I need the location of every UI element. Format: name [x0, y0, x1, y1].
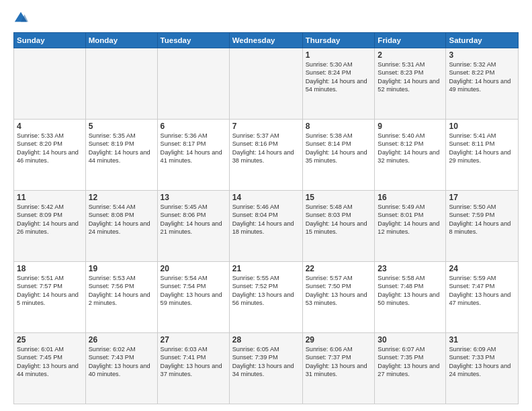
calendar-cell: 27Sunrise: 6:03 AM Sunset: 7:41 PM Dayli…: [157, 333, 229, 404]
day-info: Sunrise: 6:05 AM Sunset: 7:39 PM Dayligh…: [232, 345, 300, 379]
day-info: Sunrise: 5:49 AM Sunset: 8:01 PM Dayligh…: [378, 203, 443, 236]
weekday-header-wednesday: Wednesday: [229, 33, 302, 48]
week-row-4: 18Sunrise: 5:51 AM Sunset: 7:57 PM Dayli…: [14, 262, 519, 333]
day-info: Sunrise: 5:48 AM Sunset: 8:03 PM Dayligh…: [306, 203, 372, 236]
weekday-header-sunday: Sunday: [14, 33, 86, 48]
day-info: Sunrise: 5:36 AM Sunset: 8:17 PM Dayligh…: [161, 132, 226, 165]
logo: [13, 11, 31, 26]
calendar-cell: 16Sunrise: 5:49 AM Sunset: 8:01 PM Dayli…: [375, 191, 446, 262]
day-info: Sunrise: 5:42 AM Sunset: 8:09 PM Dayligh…: [17, 203, 83, 236]
day-info: Sunrise: 5:30 AM Sunset: 8:24 PM Dayligh…: [306, 60, 372, 94]
day-number: 30: [378, 335, 443, 345]
weekday-header-saturday: Saturday: [446, 33, 519, 48]
day-number: 27: [161, 335, 226, 345]
calendar-cell: 28Sunrise: 6:05 AM Sunset: 7:39 PM Dayli…: [229, 333, 302, 404]
day-info: Sunrise: 5:50 AM Sunset: 7:59 PM Dayligh…: [449, 203, 515, 236]
day-info: Sunrise: 5:32 AM Sunset: 8:22 PM Dayligh…: [449, 60, 515, 94]
day-info: Sunrise: 5:53 AM Sunset: 7:56 PM Dayligh…: [89, 274, 154, 308]
day-number: 15: [306, 193, 372, 202]
calendar-cell: 30Sunrise: 6:07 AM Sunset: 7:35 PM Dayli…: [375, 333, 446, 404]
calendar-cell: 10Sunrise: 5:41 AM Sunset: 8:11 PM Dayli…: [446, 120, 519, 191]
day-number: 24: [449, 264, 515, 273]
day-info: Sunrise: 5:58 AM Sunset: 7:48 PM Dayligh…: [378, 274, 443, 308]
day-number: 16: [378, 193, 443, 202]
calendar-cell: 24Sunrise: 5:59 AM Sunset: 7:47 PM Dayli…: [446, 262, 519, 333]
day-number: 31: [449, 335, 515, 345]
week-row-3: 11Sunrise: 5:42 AM Sunset: 8:09 PM Dayli…: [14, 191, 519, 262]
weekday-header-friday: Friday: [375, 33, 446, 48]
day-number: 12: [89, 193, 154, 202]
day-number: 9: [378, 122, 443, 131]
calendar-cell: 9Sunrise: 5:40 AM Sunset: 8:12 PM Daylig…: [375, 120, 446, 191]
day-info: Sunrise: 5:45 AM Sunset: 8:06 PM Dayligh…: [161, 203, 226, 236]
calendar-cell: 12Sunrise: 5:44 AM Sunset: 8:08 PM Dayli…: [85, 191, 157, 262]
calendar-cell: 23Sunrise: 5:58 AM Sunset: 7:48 PM Dayli…: [375, 262, 446, 333]
day-number: 2: [378, 50, 443, 60]
day-number: 4: [17, 122, 83, 131]
calendar-cell: 14Sunrise: 5:46 AM Sunset: 8:04 PM Dayli…: [229, 191, 302, 262]
day-info: Sunrise: 5:46 AM Sunset: 8:04 PM Dayligh…: [232, 203, 300, 236]
day-number: 10: [449, 122, 515, 131]
calendar-cell: 5Sunrise: 5:35 AM Sunset: 8:19 PM Daylig…: [85, 120, 157, 191]
day-number: 22: [306, 264, 372, 273]
week-row-5: 25Sunrise: 6:01 AM Sunset: 7:45 PM Dayli…: [14, 333, 519, 404]
day-number: 18: [17, 264, 83, 273]
calendar-cell: [157, 48, 229, 120]
day-info: Sunrise: 5:37 AM Sunset: 8:16 PM Dayligh…: [232, 132, 300, 165]
day-info: Sunrise: 5:55 AM Sunset: 7:52 PM Dayligh…: [232, 274, 300, 308]
calendar-cell: 7Sunrise: 5:37 AM Sunset: 8:16 PM Daylig…: [229, 120, 302, 191]
week-row-2: 4Sunrise: 5:33 AM Sunset: 8:20 PM Daylig…: [14, 120, 519, 191]
day-number: 29: [306, 335, 372, 345]
day-info: Sunrise: 5:41 AM Sunset: 8:11 PM Dayligh…: [449, 132, 515, 165]
day-info: Sunrise: 5:57 AM Sunset: 7:50 PM Dayligh…: [306, 274, 372, 308]
day-info: Sunrise: 5:40 AM Sunset: 8:12 PM Dayligh…: [378, 132, 443, 165]
calendar-cell: 2Sunrise: 5:31 AM Sunset: 8:23 PM Daylig…: [375, 48, 446, 120]
calendar-cell: 21Sunrise: 5:55 AM Sunset: 7:52 PM Dayli…: [229, 262, 302, 333]
day-number: 25: [17, 335, 83, 345]
calendar-cell: 20Sunrise: 5:54 AM Sunset: 7:54 PM Dayli…: [157, 262, 229, 333]
day-number: 6: [161, 122, 226, 131]
day-info: Sunrise: 5:31 AM Sunset: 8:23 PM Dayligh…: [378, 60, 443, 94]
day-info: Sunrise: 6:02 AM Sunset: 7:43 PM Dayligh…: [89, 345, 154, 379]
calendar-cell: 31Sunrise: 6:09 AM Sunset: 7:33 PM Dayli…: [446, 333, 519, 404]
day-number: 14: [232, 193, 300, 202]
day-number: 13: [161, 193, 226, 202]
calendar-cell: 3Sunrise: 5:32 AM Sunset: 8:22 PM Daylig…: [446, 48, 519, 120]
day-number: 23: [378, 264, 443, 273]
header: [13, 11, 519, 26]
day-number: 1: [306, 50, 372, 60]
weekday-header-row: SundayMondayTuesdayWednesdayThursdayFrid…: [14, 33, 519, 48]
day-number: 19: [89, 264, 154, 273]
day-info: Sunrise: 5:59 AM Sunset: 7:47 PM Dayligh…: [449, 274, 515, 308]
calendar-cell: 1Sunrise: 5:30 AM Sunset: 8:24 PM Daylig…: [302, 48, 375, 120]
calendar-cell: 4Sunrise: 5:33 AM Sunset: 8:20 PM Daylig…: [14, 120, 86, 191]
calendar-cell: 19Sunrise: 5:53 AM Sunset: 7:56 PM Dayli…: [85, 262, 157, 333]
weekday-header-tuesday: Tuesday: [157, 33, 229, 48]
day-info: Sunrise: 5:35 AM Sunset: 8:19 PM Dayligh…: [89, 132, 154, 165]
day-info: Sunrise: 5:33 AM Sunset: 8:20 PM Dayligh…: [17, 132, 83, 165]
day-number: 7: [232, 122, 300, 131]
calendar-cell: 29Sunrise: 6:06 AM Sunset: 7:37 PM Dayli…: [302, 333, 375, 404]
day-number: 17: [449, 193, 515, 202]
day-number: 20: [161, 264, 226, 273]
calendar-cell: 6Sunrise: 5:36 AM Sunset: 8:17 PM Daylig…: [157, 120, 229, 191]
calendar-cell: 18Sunrise: 5:51 AM Sunset: 7:57 PM Dayli…: [14, 262, 86, 333]
calendar-page: SundayMondayTuesdayWednesdayThursdayFrid…: [0, 0, 532, 411]
day-number: 21: [232, 264, 300, 273]
calendar-cell: [14, 48, 86, 120]
calendar-cell: 15Sunrise: 5:48 AM Sunset: 8:03 PM Dayli…: [302, 191, 375, 262]
day-info: Sunrise: 6:03 AM Sunset: 7:41 PM Dayligh…: [161, 345, 226, 379]
calendar-table: SundayMondayTuesdayWednesdayThursdayFrid…: [13, 32, 519, 404]
calendar-cell: 13Sunrise: 5:45 AM Sunset: 8:06 PM Dayli…: [157, 191, 229, 262]
week-row-1: 1Sunrise: 5:30 AM Sunset: 8:24 PM Daylig…: [14, 48, 519, 120]
calendar-cell: 8Sunrise: 5:38 AM Sunset: 8:14 PM Daylig…: [302, 120, 375, 191]
day-info: Sunrise: 5:54 AM Sunset: 7:54 PM Dayligh…: [161, 274, 226, 308]
day-number: 28: [232, 335, 300, 345]
logo-icon: [13, 11, 28, 26]
day-number: 11: [17, 193, 83, 202]
day-info: Sunrise: 6:07 AM Sunset: 7:35 PM Dayligh…: [378, 345, 443, 379]
day-info: Sunrise: 6:06 AM Sunset: 7:37 PM Dayligh…: [306, 345, 372, 379]
calendar-cell: 22Sunrise: 5:57 AM Sunset: 7:50 PM Dayli…: [302, 262, 375, 333]
day-info: Sunrise: 6:01 AM Sunset: 7:45 PM Dayligh…: [17, 345, 83, 379]
calendar-cell: [85, 48, 157, 120]
